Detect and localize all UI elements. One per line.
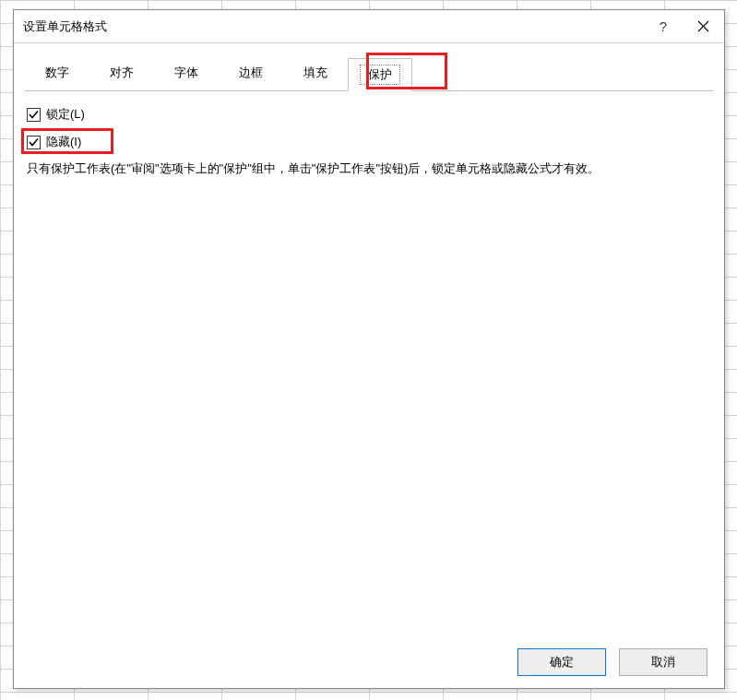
tab-border[interactable]: 边框 bbox=[219, 58, 283, 91]
dialog-footer: 确定 取消 bbox=[14, 636, 724, 688]
format-cells-dialog: 设置单元格格式 ? 数字 对齐 字体 边框 填充 保护 bbox=[13, 9, 725, 689]
dialog-title: 设置单元格格式 bbox=[23, 18, 645, 35]
tab-number[interactable]: 数字 bbox=[25, 58, 89, 91]
protection-help-text: 只有保护工作表(在"审阅"选项卡上的"保护"组中，单击"保护工作表"按钮)后，锁… bbox=[27, 160, 711, 178]
titlebar: 设置单元格格式 ? bbox=[14, 10, 724, 43]
hidden-checkbox[interactable] bbox=[27, 136, 41, 149]
checkmark-icon bbox=[29, 137, 39, 148]
tab-protection-label: 保护 bbox=[360, 65, 400, 85]
tabs-row: 数字 对齐 字体 边框 填充 保护 bbox=[25, 58, 713, 91]
tab-alignment[interactable]: 对齐 bbox=[89, 58, 154, 91]
locked-checkbox[interactable] bbox=[27, 108, 41, 122]
help-button[interactable]: ? bbox=[645, 10, 682, 43]
locked-label: 锁定(L) bbox=[46, 106, 85, 123]
hidden-checkbox-row[interactable]: 隐藏(I) bbox=[27, 132, 711, 152]
content-area: 锁定(L) 隐藏(I) 只有保护工作表(在"审阅"选项卡上的"保护"组中，单击"… bbox=[14, 91, 724, 636]
cancel-button[interactable]: 取消 bbox=[619, 648, 707, 676]
tab-font[interactable]: 字体 bbox=[154, 58, 219, 91]
hidden-label: 隐藏(I) bbox=[46, 134, 81, 150]
checkmark-icon bbox=[29, 110, 39, 120]
tab-protection[interactable]: 保护 bbox=[348, 58, 412, 91]
close-icon bbox=[697, 20, 709, 32]
ok-button[interactable]: 确定 bbox=[517, 648, 606, 676]
tabs-container: 数字 对齐 字体 边框 填充 保护 bbox=[14, 43, 724, 91]
close-button[interactable] bbox=[682, 10, 724, 43]
locked-checkbox-row[interactable]: 锁定(L) bbox=[27, 104, 711, 125]
tab-fill[interactable]: 填充 bbox=[283, 58, 348, 91]
